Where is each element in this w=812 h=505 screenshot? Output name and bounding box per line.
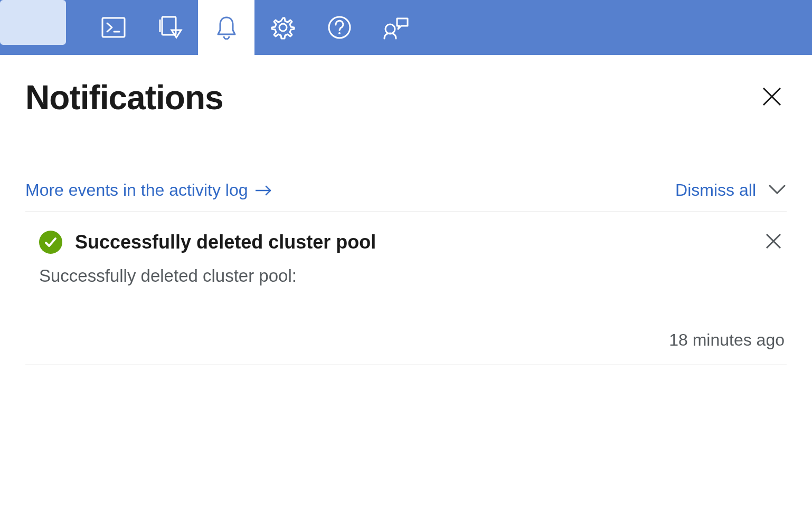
panel-header: Notifications <box>25 68 787 117</box>
bell-icon <box>216 15 237 40</box>
notification-item: Successfully deleted cluster pool Succes… <box>25 212 787 365</box>
settings-button[interactable] <box>254 0 311 55</box>
more-events-link[interactable]: More events in the activity log <box>25 180 272 200</box>
close-panel-button[interactable] <box>757 82 787 113</box>
chevron-down-icon <box>768 184 787 195</box>
filter-icon <box>157 14 183 41</box>
panel-title: Notifications <box>25 78 223 117</box>
dismiss-notification-button[interactable] <box>762 230 785 254</box>
panel-links-row: More events in the activity log Dismiss … <box>25 180 787 212</box>
close-icon <box>761 86 782 107</box>
status-success-badge <box>39 231 62 254</box>
top-toolbar <box>0 0 812 55</box>
dismiss-all-label: Dismiss all <box>675 180 756 200</box>
expand-options-button[interactable] <box>768 184 787 197</box>
notification-time: 18 minutes ago <box>27 330 785 350</box>
svg-point-8 <box>385 24 395 34</box>
more-events-label: More events in the activity log <box>25 180 248 200</box>
help-icon <box>327 15 352 40</box>
dismiss-all-link[interactable]: Dismiss all <box>675 180 756 200</box>
arrow-right-icon <box>254 184 272 197</box>
close-icon <box>764 232 782 250</box>
gear-icon <box>271 15 295 40</box>
svg-rect-0 <box>102 18 125 37</box>
search-field[interactable] <box>0 0 66 45</box>
notifications-button[interactable] <box>198 0 254 55</box>
feedback-button[interactable] <box>367 0 424 55</box>
cloud-shell-icon <box>101 17 126 38</box>
filter-button[interactable] <box>141 0 198 55</box>
cloud-shell-button[interactable] <box>85 0 141 55</box>
help-button[interactable] <box>311 0 367 55</box>
notification-body: Successfully deleted cluster pool: <box>39 266 785 286</box>
notification-title: Successfully deleted cluster pool <box>75 231 376 253</box>
svg-point-7 <box>338 32 341 34</box>
svg-point-5 <box>279 24 287 31</box>
feedback-icon <box>382 15 410 40</box>
check-icon <box>44 235 58 249</box>
notifications-panel: Notifications More events in the activit… <box>0 55 812 365</box>
